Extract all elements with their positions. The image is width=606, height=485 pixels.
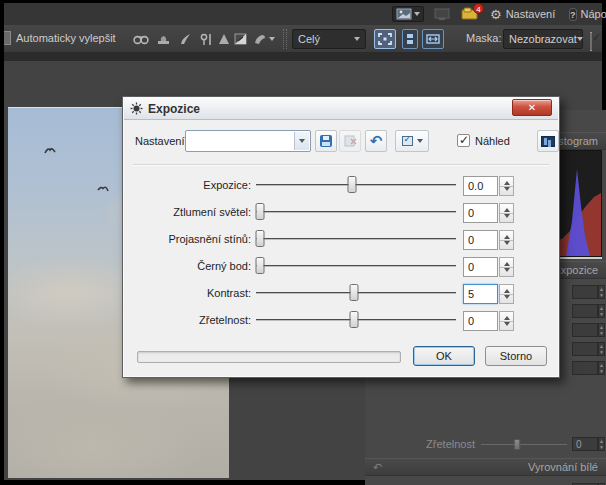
- auto-enhance-button[interactable]: Automaticky vylepšit: [16, 32, 116, 44]
- exposure-dialog: Expozice ✕ Nastavení: ↶ Náhled Expozice:…: [122, 96, 560, 378]
- slider-thumb[interactable]: [256, 230, 265, 247]
- save-preset-button[interactable]: [315, 130, 337, 152]
- clarity-spinner[interactable]: ▲▼: [598, 437, 605, 451]
- shadows-spinner[interactable]: [499, 230, 514, 250]
- highlights-spinner[interactable]: [499, 203, 514, 223]
- contrast-label: Kontrast:: [133, 287, 251, 299]
- notification-badge: 4: [473, 3, 484, 14]
- highlights-slider[interactable]: [256, 203, 456, 221]
- titlebar: 4 ⚙ Nastavení ? Nápověda: [4, 3, 602, 25]
- white-balance-section-header[interactable]: ↶ Vyrovnání bílé: [365, 458, 606, 476]
- clarity-label: Zřetelnost:: [133, 314, 251, 326]
- cancel-button[interactable]: Storno: [485, 346, 547, 366]
- secondary-monitor-button[interactable]: [434, 5, 450, 23]
- healing-brush-tool-button[interactable]: [175, 29, 196, 49]
- highlights-value-field[interactable]: 0: [463, 203, 498, 223]
- exposure-label: Expozice:: [133, 179, 251, 191]
- histogram-toggle-icon: [541, 136, 555, 147]
- clarity-slider[interactable]: [481, 438, 567, 451]
- save-icon: [320, 135, 332, 147]
- slider-thumb[interactable]: [350, 284, 359, 301]
- mask-select[interactable]: Nezobrazovat: [503, 29, 583, 49]
- white-balance-header-label: Vyrovnání bílé: [528, 461, 598, 473]
- contrast-value-field[interactable]: 5: [463, 284, 498, 304]
- shadows-slider[interactable]: [256, 230, 456, 248]
- toolbar: Automaticky vylepšit Celý: [4, 25, 602, 53]
- exposure-spinner[interactable]: [499, 176, 514, 196]
- shadows-value-field[interactable]: 0: [463, 230, 498, 250]
- dialog-titlebar[interactable]: Expozice: [124, 98, 558, 120]
- clarity-value[interactable]: 0: [572, 437, 598, 451]
- gradient-icon: [234, 33, 247, 45]
- one-to-one-button[interactable]: [402, 29, 418, 49]
- close-icon: ✕: [528, 102, 536, 113]
- chevron-down-icon: [414, 12, 420, 16]
- chevron-down-icon: [354, 37, 360, 41]
- red-eye-tool-button[interactable]: [130, 29, 151, 49]
- toolbar-separator: [283, 29, 287, 49]
- slider-thumb[interactable]: [256, 203, 265, 220]
- clarity-value-field[interactable]: 0: [463, 311, 498, 331]
- mask-select-value: Nezobrazovat: [509, 33, 577, 45]
- delete-preset-button[interactable]: [339, 130, 361, 152]
- undo-icon: ↶: [370, 134, 383, 148]
- help-button[interactable]: ? Nápověda: [569, 5, 606, 23]
- reset-values-button[interactable]: ↶: [365, 130, 387, 152]
- exposure-slider[interactable]: [256, 176, 456, 194]
- picture-icon: [396, 8, 412, 20]
- fit-width-button[interactable]: [422, 29, 444, 49]
- preview-label: Náhled: [475, 135, 510, 147]
- help-label: Nápověda: [581, 8, 606, 20]
- black-point-value-field[interactable]: 0: [463, 257, 498, 277]
- highlights-label: Ztlumení světel:: [133, 206, 251, 218]
- reset-section-icon[interactable]: ↶: [373, 461, 382, 474]
- settings-button[interactable]: ⚙ Nastavení: [490, 5, 555, 23]
- checkbox-check-icon: [590, 32, 592, 51]
- apply-preset-icon: [402, 136, 413, 146]
- one-to-one-icon: [406, 33, 414, 45]
- slider-thumb[interactable]: [256, 257, 265, 274]
- clarity-spinner[interactable]: [499, 311, 514, 331]
- contrast-slider[interactable]: [256, 284, 456, 302]
- clarity-slider[interactable]: [256, 311, 456, 329]
- chevron-down-icon: [417, 139, 423, 143]
- fit-to-screen-button[interactable]: [374, 29, 396, 49]
- red-eye-icon: [133, 34, 149, 45]
- app-window: 4 ⚙ Nastavení ? Nápověda Automaticky vyl…: [0, 0, 606, 485]
- slider-thumb[interactable]: [350, 311, 359, 328]
- fit-screen-icon: [378, 33, 392, 45]
- black-point-label: Černý bod:: [133, 260, 251, 272]
- sharpen-icon: [218, 33, 230, 45]
- close-button[interactable]: ✕: [512, 99, 552, 116]
- retouch-tools-dropdown-button[interactable]: [250, 29, 277, 49]
- notification-button[interactable]: 4: [461, 5, 478, 23]
- gradient-tool-button[interactable]: [230, 29, 251, 49]
- preset-label: Nastavení:: [135, 135, 188, 147]
- mask-overlay-checkbox[interactable]: [590, 33, 592, 51]
- monitor-icon: [434, 8, 450, 20]
- ok-button[interactable]: OK: [413, 346, 475, 366]
- black-point-spinner[interactable]: [499, 257, 514, 277]
- mask-label: Maska:: [466, 32, 501, 44]
- view-mode-button[interactable]: [392, 5, 424, 23]
- shadows-label: Projasnění stínů:: [133, 233, 251, 245]
- clipped-edge-icon: [4, 31, 11, 45]
- dropper-icon: [199, 33, 213, 46]
- black-point-slider[interactable]: [256, 257, 456, 275]
- combo-arrow-zone[interactable]: [294, 132, 309, 150]
- bird-icon: [97, 184, 109, 192]
- contrast-spinner[interactable]: [499, 284, 514, 304]
- toolbar-shadow-strip: [4, 53, 602, 61]
- slider-thumb[interactable]: [348, 176, 357, 193]
- slider-thumb[interactable]: [514, 439, 521, 450]
- progress-bar: [137, 351, 401, 363]
- show-histogram-button[interactable]: [537, 130, 559, 152]
- zoom-level-select[interactable]: Celý: [292, 29, 366, 49]
- preview-checkbox[interactable]: [457, 134, 470, 147]
- exposure-value-field[interactable]: 0.0: [463, 176, 498, 196]
- preset-combobox[interactable]: [185, 130, 311, 152]
- bird-icon: [44, 146, 56, 154]
- clone-stamp-tool-button[interactable]: [153, 29, 174, 49]
- preset-options-button[interactable]: [395, 130, 429, 152]
- gear-icon: ⚙: [490, 7, 502, 22]
